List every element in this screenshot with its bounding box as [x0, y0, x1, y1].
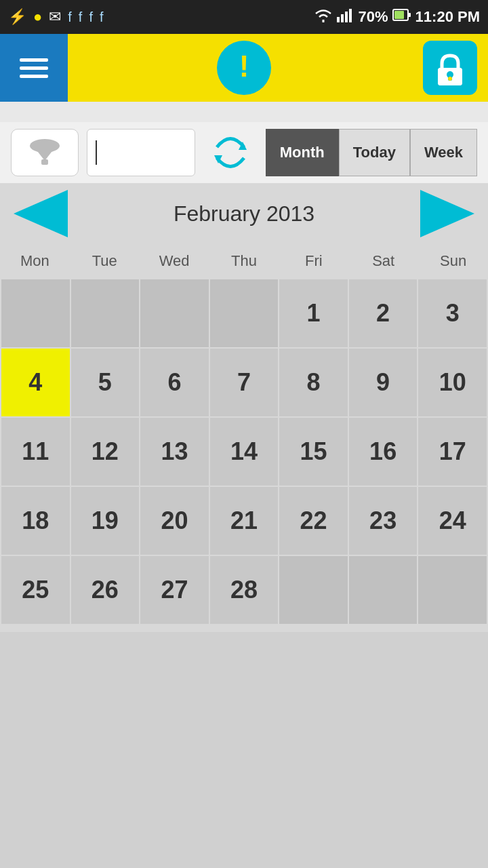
day-header-tue: Tue	[70, 244, 140, 278]
calendar-day-14[interactable]: 14	[210, 418, 279, 486]
day-header-fri: Fri	[279, 244, 348, 278]
calendar-grid: 1234567891011121314151617181920212223242…	[0, 278, 488, 625]
calendar-day-7[interactable]: 7	[210, 349, 279, 416]
calendar-day-9[interactable]: 9	[349, 349, 418, 416]
prev-month-button[interactable]	[14, 190, 68, 237]
status-icons: ⚡ ● ✉ f f f f	[8, 8, 104, 26]
mail-icon: ✉	[49, 8, 61, 26]
svg-rect-1	[341, 14, 344, 22]
calendar-day-3[interactable]: 3	[418, 279, 487, 347]
calendar-empty	[210, 279, 279, 347]
calendar-day-25[interactable]: 25	[1, 556, 70, 624]
filter-button[interactable]	[11, 129, 79, 176]
day-headers: MonTueWedThuFriSatSun	[0, 244, 488, 278]
calendar-day-4[interactable]: 4	[1, 349, 70, 416]
lock-icon	[432, 50, 468, 85]
app-icon-1: ●	[33, 8, 42, 26]
calendar-day-26[interactable]: 26	[71, 556, 140, 624]
month-view-button[interactable]: Month	[266, 129, 339, 176]
clock: 11:20 PM	[415, 8, 480, 26]
calendar-day-13[interactable]: 13	[140, 418, 209, 486]
usb-icon: ⚡	[8, 8, 26, 26]
signal-icon	[337, 7, 354, 26]
calendar-empty	[349, 556, 418, 624]
filter-icon	[26, 134, 64, 172]
week-view-button[interactable]: Week	[410, 129, 477, 176]
calendar-day-24[interactable]: 24	[418, 487, 487, 555]
wifi-icon	[314, 7, 333, 26]
battery-icon	[392, 7, 411, 26]
svg-rect-6	[408, 13, 411, 17]
facebook-icon-4: f	[100, 9, 104, 25]
svg-point-11	[448, 77, 452, 81]
calendar-empty	[71, 279, 140, 347]
facebook-icon-1: f	[68, 9, 72, 25]
svg-rect-14	[41, 159, 48, 165]
facebook-icon-3: f	[89, 9, 93, 25]
svg-rect-5	[394, 11, 404, 19]
lock-button[interactable]	[423, 41, 477, 95]
day-header-sat: Sat	[348, 244, 418, 278]
calendar-day-28[interactable]: 28	[210, 556, 279, 624]
facebook-icon-2: f	[79, 9, 83, 25]
calendar-day-15[interactable]: 15	[279, 418, 348, 486]
calendar-day-1[interactable]: 1	[279, 279, 348, 347]
calendar-empty	[279, 556, 348, 624]
calendar-empty	[140, 279, 209, 347]
next-month-button[interactable]	[420, 190, 474, 237]
calendar-empty	[418, 556, 487, 624]
day-header-thu: Thu	[209, 244, 279, 278]
sync-icon	[210, 134, 251, 172]
sub-header	[0, 102, 488, 122]
calendar-day-23[interactable]: 23	[349, 487, 418, 555]
calendar-empty	[1, 279, 70, 347]
calendar-day-19[interactable]: 19	[71, 487, 140, 555]
calendar-day-2[interactable]: 2	[349, 279, 418, 347]
svg-rect-2	[345, 12, 348, 22]
day-header-sun: Sun	[418, 244, 488, 278]
calendar-day-16[interactable]: 16	[349, 418, 418, 486]
calendar-day-11[interactable]: 11	[1, 418, 70, 486]
today-view-button[interactable]: Today	[339, 129, 410, 176]
calendar-day-20[interactable]: 20	[140, 487, 209, 555]
calendar-day-17[interactable]: 17	[418, 418, 487, 486]
calendar-day-6[interactable]: 6	[140, 349, 209, 416]
calendar-day-21[interactable]: 21	[210, 487, 279, 555]
search-input-area[interactable]	[87, 129, 195, 176]
day-header-wed: Wed	[140, 244, 209, 278]
view-buttons: Month Today Week	[266, 129, 477, 176]
alert-icon: !	[239, 52, 249, 81]
sync-button[interactable]	[203, 129, 258, 176]
alert-button[interactable]: !	[217, 41, 271, 95]
svg-rect-0	[337, 17, 340, 22]
hamburger-icon	[20, 58, 48, 78]
calendar-day-8[interactable]: 8	[279, 349, 348, 416]
calendar-day-27[interactable]: 27	[140, 556, 209, 624]
calendar-container: February 2013 MonTueWedThuFriSatSun 1234…	[0, 183, 488, 632]
month-nav: February 2013	[0, 183, 488, 244]
search-cursor	[96, 140, 97, 165]
month-title: February 2013	[174, 201, 314, 226]
menu-button[interactable]	[0, 34, 68, 102]
svg-marker-13	[35, 149, 54, 161]
calendar-day-22[interactable]: 22	[279, 487, 348, 555]
calendar-day-10[interactable]: 10	[418, 349, 487, 416]
battery-percent: 70%	[359, 8, 388, 26]
calendar-day-5[interactable]: 5	[71, 349, 140, 416]
svg-rect-3	[349, 9, 352, 22]
bottom-content	[0, 632, 488, 822]
calendar-day-12[interactable]: 12	[71, 418, 140, 486]
toolbar: Month Today Week	[0, 122, 488, 183]
calendar-day-18[interactable]: 18	[1, 487, 70, 555]
status-right: 70% 11:20 PM	[314, 7, 480, 26]
app-bar: !	[0, 34, 488, 102]
status-bar: ⚡ ● ✉ f f f f 70% 11:20 PM	[0, 0, 488, 34]
day-header-mon: Mon	[0, 244, 70, 278]
